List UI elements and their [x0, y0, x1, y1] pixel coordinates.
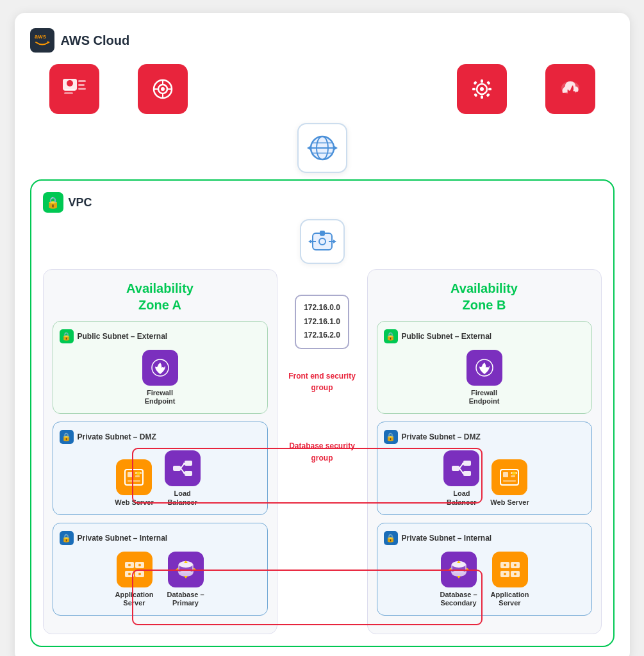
svg-rect-9: [78, 88, 86, 90]
database-sg-text: Database security group: [289, 441, 355, 463]
zone-a-load-balancer-label: Load Balancer: [160, 489, 205, 506]
zone-a-title-line1: Availability: [53, 280, 268, 297]
zone-a-private-internal-name: Private Subnet – Internal: [78, 534, 168, 543]
zone-a-public-subnet: 🔒 Public Subnet – External: [53, 321, 268, 414]
zone-b-title-line2: Zone B: [377, 297, 592, 313]
zone-b-database-secondary: Database – Secondary: [436, 552, 481, 607]
svg-rect-84: [511, 475, 515, 477]
svg-rect-75: [463, 461, 471, 466]
svg-rect-36: [320, 231, 325, 236]
zone-b-dmz-nodes: Load Balancer: [384, 450, 585, 506]
svg-rect-46: [135, 475, 140, 477]
zone-b-app-server-icon: [492, 552, 528, 587]
svg-rect-43: [125, 470, 143, 485]
svg-rect-20: [481, 95, 483, 99]
zone-a-private-dmz-label: 🔒 Private Subnet – DMZ: [60, 430, 261, 444]
zone-b-load-balancer-label: Load Balancer: [439, 489, 484, 506]
svg-line-53: [181, 468, 185, 473]
zone-a-title: Availability Zone A: [53, 280, 268, 313]
svg-marker-34: [334, 146, 338, 150]
database-sg-label-mid: Database security group: [277, 439, 367, 463]
route-table: 172.16.0.0 172.16.1.0 172.16.2.0: [295, 295, 349, 349]
svg-point-86: [512, 472, 516, 475]
zone-b-database-icon: [441, 552, 477, 587]
zones-row: Availability Zone A 🔒 Public Subnet – Ex…: [43, 269, 602, 634]
top-icons-right: [457, 64, 595, 114]
svg-rect-21: [472, 88, 475, 90]
vpc-container: 🔒 VPC: [30, 179, 615, 647]
firewall-manager-icon: [545, 64, 595, 114]
zone-b-database-label: Database – Secondary: [436, 591, 481, 607]
route-line-1: 172.16.0.0: [304, 301, 340, 315]
zone-b-firewall-icon: [466, 350, 502, 386]
zone-b-private-dmz-subnet: 🔒 Private Subnet – DMZ: [377, 422, 592, 514]
svg-rect-74: [452, 466, 459, 471]
public-subnet-lock-icon: 🔒: [60, 329, 74, 343]
svg-point-103: [514, 573, 516, 575]
zones-wrapper: Availability Zone A 🔒 Public Subnet – Ex…: [43, 269, 602, 634]
zone-a-internal-nodes: Application Server: [60, 552, 261, 607]
zone-a-app-server-icon: [117, 552, 153, 587]
zone-b-public-subnet-name: Public Subnet – External: [402, 332, 492, 341]
zone-b-private-internal-name: Private Subnet – Internal: [402, 534, 492, 543]
svg-point-48: [136, 472, 140, 475]
svg-point-89: [452, 570, 466, 577]
svg-marker-70: [184, 576, 188, 578]
zone-b-private-internal-subnet: 🔒 Private Subnet – Internal: [377, 523, 592, 616]
vpc-label: 🔒 VPC: [43, 192, 602, 213]
zone-b: Availability Zone B 🔒 Public Subnet – Ex…: [367, 269, 602, 634]
zone-b-app-server-label: Application Server: [488, 591, 533, 607]
aws-header: aws AWS Cloud: [30, 28, 615, 53]
svg-rect-23: [473, 81, 477, 85]
zone-a: Availability Zone A 🔒 Public Subnet – Ex…: [43, 269, 277, 634]
zone-a-web-server: Web Server: [115, 459, 153, 507]
svg-point-18: [480, 87, 484, 91]
svg-rect-24: [486, 81, 490, 85]
zone-a-title-line2: Zone A: [53, 297, 268, 313]
svg-marker-94: [449, 568, 451, 571]
aws-logo: aws: [30, 28, 54, 53]
svg-point-4: [67, 80, 73, 86]
iam-icon: [49, 64, 99, 114]
svg-rect-26: [486, 93, 490, 97]
svg-point-100: [504, 564, 506, 566]
svg-point-63: [138, 573, 141, 575]
zone-b-web-server-label: Web Server: [490, 498, 529, 507]
zone-a-database-primary: Database – Primary: [163, 552, 208, 607]
zone-b-private-internal-label: 🔒 Private Subnet – Internal: [384, 531, 585, 545]
svg-marker-33: [307, 146, 310, 150]
svg-rect-47: [128, 480, 140, 482]
svg-point-66: [179, 570, 193, 577]
svg-rect-49: [173, 466, 181, 471]
svg-point-16: [161, 87, 165, 91]
zone-a-public-subnet-name: Public Subnet – External: [78, 332, 168, 341]
security-hub-icon: [138, 64, 188, 114]
front-end-sg-text: Front end security group: [288, 372, 356, 393]
svg-rect-85: [503, 480, 516, 482]
svg-point-102: [504, 573, 506, 575]
zone-a-web-server-icon: [116, 459, 152, 495]
svg-marker-93: [457, 576, 461, 578]
private-dmz-lock-icon-a: 🔒: [60, 430, 74, 444]
zone-a-firewall-icon: [142, 350, 178, 386]
zone-a-private-internal-label: 🔒 Private Subnet – Internal: [60, 531, 261, 545]
zone-a-dmz-nodes: Web Server: [60, 450, 261, 506]
zone-a-database-icon: [168, 552, 204, 587]
zone-b-firewall-endpoint: Firewall Endpoint: [462, 350, 507, 406]
svg-rect-25: [474, 93, 477, 97]
zone-b-title: Availability Zone B: [377, 280, 592, 313]
svg-rect-5: [64, 89, 76, 91]
zone-b-internal-nodes: Database – Secondary: [384, 552, 585, 607]
zone-a-public-subnet-nodes: Firewall Endpoint: [60, 350, 261, 406]
gateway-center: [30, 123, 615, 173]
private-dmz-lock-icon-b: 🔒: [384, 430, 398, 444]
zone-a-database-label: Database – Primary: [163, 591, 208, 607]
front-end-sg-label-mid: Front end security group: [277, 370, 367, 393]
svg-rect-51: [185, 471, 192, 476]
svg-rect-19: [481, 79, 483, 83]
vpc-title: VPC: [69, 196, 92, 209]
svg-point-60: [128, 564, 131, 566]
middle-col: 172.16.0.0 172.16.1.0 172.16.2.0 Front e…: [277, 269, 367, 634]
zone-b-private-dmz-label: 🔒 Private Subnet – DMZ: [384, 430, 585, 444]
zone-a-firewall-label: Firewall Endpoint: [138, 389, 183, 406]
